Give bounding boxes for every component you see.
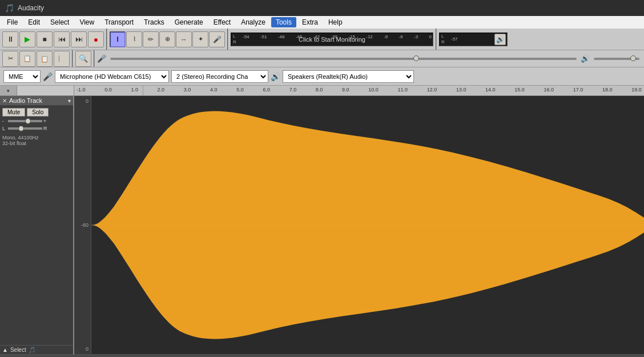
pan-slider[interactable]: [8, 127, 42, 130]
scale-mid: -60: [74, 222, 91, 228]
output-volume-knob[interactable]: [630, 55, 636, 61]
input-volume-slider-track[interactable]: [110, 58, 577, 60]
track-label-panel: ✕ Audio Track ▾ Mute Solo - + L R: [0, 96, 74, 355]
multitool-button[interactable]: ✦: [192, 31, 208, 47]
track-menu-button[interactable]: ▾: [68, 98, 71, 104]
collapse-button[interactable]: ▲: [2, 347, 8, 353]
toolbar-row-2: ✂ 📋 📋 ⎸ 🔍 🎤 🔊: [0, 50, 644, 67]
output-volume-button[interactable]: 🔊: [494, 34, 506, 45]
waveform-svg: [91, 96, 644, 354]
app-icon: 🎵: [5, 3, 14, 13]
select-tool-button[interactable]: I: [110, 31, 126, 47]
time-shift-button[interactable]: ↔: [176, 31, 192, 47]
track-label-space: ▾: [0, 86, 74, 95]
mic-device-icon: 🎤: [43, 72, 53, 81]
menu-extra[interactable]: Extra: [297, 17, 323, 27]
select-label[interactable]: Select: [10, 347, 26, 353]
track-info: Mono, 44100Hz 32-bit float: [0, 134, 73, 147]
pause-button[interactable]: ⏸: [2, 31, 18, 47]
transport-section: ⏸ ▶ ■ ⏮ ⏭ ●: [0, 29, 107, 50]
zoom-tool-button[interactable]: ⊕: [159, 31, 175, 47]
skip-start-button[interactable]: ⏮: [54, 31, 70, 47]
mute-solo-row: Mute Solo: [2, 108, 71, 117]
output-lr-label: L R: [440, 33, 446, 45]
title-bar: 🎵 Audacity: [0, 0, 644, 16]
output-meter-section: L R -57 -54 🔊: [437, 29, 644, 50]
input-volume-section: 🎤 🔊: [95, 50, 644, 67]
menu-help[interactable]: Help: [324, 17, 347, 27]
waveform-panel[interactable]: 0 -60 0: [74, 96, 644, 355]
volume-slider[interactable]: [8, 120, 42, 122]
pan-row: L R: [2, 126, 71, 131]
speaker-icon: 🔊: [581, 54, 590, 63]
menu-generate[interactable]: Generate: [170, 17, 208, 27]
menu-analyze[interactable]: Analyze: [236, 17, 270, 27]
menu-tools[interactable]: Tools: [271, 17, 296, 27]
zoom-section: 🔍: [73, 50, 95, 67]
paste-button[interactable]: 📋: [37, 51, 53, 67]
timeline-ruler: ▾ -1.0 0.0 1.0 2.0 3.0 4.0 5.0 6.0 7.0 8…: [0, 86, 644, 96]
tools-section-2: ✂ 📋 📋 ⎸: [0, 50, 73, 67]
track-bottom-controls: ▲ Select 🎵: [0, 345, 73, 354]
track-close-button[interactable]: ✕: [2, 98, 7, 104]
record-button[interactable]: ●: [88, 31, 104, 47]
timeline-collapse: ▾: [0, 86, 17, 95]
audio-icon: 🎵: [29, 347, 35, 353]
channels-select[interactable]: 2 (Stereo) Recording Cha: [171, 70, 268, 83]
mic-input-button[interactable]: 🎤: [209, 31, 225, 47]
zoom-in-button[interactable]: 🔍: [75, 51, 91, 67]
input-volume-knob[interactable]: [413, 55, 419, 61]
device-toolbar: MME 🎤 Microphone (HD Webcam C615) 2 (Ste…: [0, 67, 644, 86]
output-device-select[interactable]: Speakers (Realtek(R) Audio): [283, 70, 414, 83]
pan-knob[interactable]: [18, 126, 24, 131]
mic-icon: 🎤: [97, 54, 106, 63]
scale-bot: 0: [74, 346, 91, 352]
volume-knob[interactable]: [25, 118, 31, 124]
volume-plus-label: +: [43, 118, 48, 124]
menu-effect[interactable]: Effect: [209, 17, 235, 27]
output-volume-slider-track[interactable]: [594, 58, 639, 60]
skip-end-button[interactable]: ⏭: [71, 31, 87, 47]
playhead: [143, 86, 143, 95]
trim-button[interactable]: ⎸: [54, 51, 70, 67]
menu-tracks[interactable]: Tracks: [139, 17, 169, 27]
toolbar-row-1: ⏸ ▶ ■ ⏮ ⏭ ● I ⌇ ✏ ⊕ ↔ ✦ 🎤 L R -54 -51 -4…: [0, 29, 644, 50]
menu-transport[interactable]: Transport: [100, 17, 138, 27]
host-select[interactable]: MME: [3, 70, 41, 83]
waveform-scale: 0 -60 0: [74, 96, 91, 354]
menu-select[interactable]: Select: [46, 17, 74, 27]
track-controls: Mute Solo - + L R: [0, 106, 73, 134]
input-device-select[interactable]: Microphone (HD Webcam C615): [55, 70, 169, 83]
scale-top: 0: [74, 98, 91, 104]
menu-view[interactable]: View: [75, 17, 99, 27]
stop-button[interactable]: ■: [37, 31, 53, 47]
input-meter[interactable]: L R -54 -51 -48 -45 -42 -39 -15 -12 -9 -…: [231, 33, 433, 46]
tools-section: I ⌇ ✏ ⊕ ↔ ✦ 🎤: [107, 29, 228, 50]
solo-button[interactable]: Solo: [27, 108, 49, 117]
draw-tool-button[interactable]: ✏: [143, 31, 159, 47]
menu-bar: File Edit Select View Transport Tracks G…: [0, 16, 644, 29]
copy-button[interactable]: 📋: [19, 51, 35, 67]
input-lr-label: L R: [231, 33, 238, 45]
volume-minus-label: -: [2, 118, 7, 124]
track-name: Audio Track: [9, 97, 68, 104]
ruler-marks: -1.0 0.0 1.0 2.0 3.0 4.0 5.0 6.0 7.0 8.0…: [74, 86, 644, 94]
cut-button[interactable]: ✂: [2, 51, 18, 67]
tracks-container: ✕ Audio Track ▾ Mute Solo - + L R: [0, 96, 644, 355]
play-button[interactable]: ▶: [19, 31, 35, 47]
ruler-area: -1.0 0.0 1.0 2.0 3.0 4.0 5.0 6.0 7.0 8.0…: [74, 86, 644, 95]
menu-edit[interactable]: Edit: [23, 17, 45, 27]
menu-file[interactable]: File: [2, 17, 22, 27]
waveform-canvas: [91, 96, 644, 354]
volume-slider-container: - +: [2, 118, 71, 124]
app-title: Audacity: [18, 4, 44, 12]
track-header: ✕ Audio Track ▾: [0, 96, 73, 106]
output-meter[interactable]: L R -57 -54 🔊: [439, 33, 508, 46]
mute-button[interactable]: Mute: [2, 108, 25, 117]
envelope-tool-button[interactable]: ⌇: [126, 31, 142, 47]
input-meter-section: L R -54 -51 -48 -45 -42 -39 -15 -12 -9 -…: [228, 29, 437, 50]
speaker-device-icon: 🔊: [271, 72, 280, 81]
